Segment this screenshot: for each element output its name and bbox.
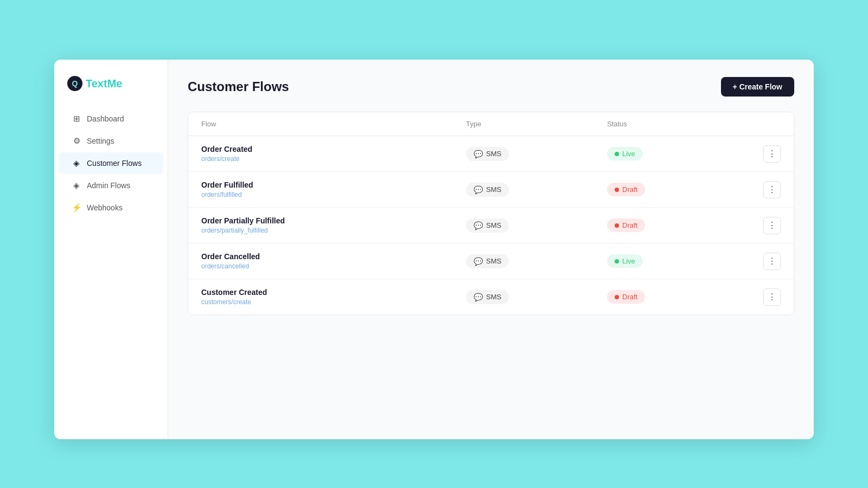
admin-flows-icon: ◈ — [72, 181, 81, 190]
sidebar-label-admin-flows: Admin Flows — [87, 181, 130, 190]
col-status: Status — [607, 120, 748, 128]
sms-icon: 💬 — [474, 150, 483, 158]
status-dot-draft — [615, 223, 619, 228]
flows-table: Flow Type Status Order Created orders/cr… — [188, 112, 794, 315]
flow-info: Order Fulfilled orders/fulfilled — [201, 181, 466, 198]
type-badge: 💬 SMS — [466, 290, 509, 304]
type-badge: 💬 SMS — [466, 219, 509, 233]
flow-type: 💬 SMS — [466, 147, 607, 161]
flow-path: customers/create — [201, 298, 466, 306]
sidebar-label-settings: Settings — [87, 137, 114, 145]
flow-path: orders/partially_fulfilled — [201, 227, 466, 234]
webhooks-icon: ⚡ — [72, 203, 81, 213]
sms-icon: 💬 — [474, 257, 483, 266]
table-row: Customer Created customers/create 💬 SMS … — [188, 279, 794, 314]
more-options-button[interactable]: ⋮ — [763, 253, 781, 270]
flow-path: orders/fulfilled — [201, 191, 466, 198]
flow-name: Order Created — [201, 145, 466, 153]
sidebar-item-admin-flows[interactable]: ◈ Admin Flows — [59, 175, 163, 196]
sidebar: Q TextMe ⊞ Dashboard ⚙ Settings ◈ Custom… — [54, 60, 168, 439]
sms-icon: 💬 — [474, 185, 483, 194]
status-badge: Draft — [607, 219, 645, 232]
flow-info: Order Cancelled orders/cancelled — [201, 252, 466, 270]
logo-icon: Q — [67, 76, 82, 91]
flow-status: Draft — [607, 290, 748, 304]
col-flow: Flow — [201, 120, 466, 128]
sidebar-item-customer-flows[interactable]: ◈ Customer Flows — [59, 152, 163, 174]
flow-path: orders/cancelled — [201, 262, 466, 270]
sidebar-item-settings[interactable]: ⚙ Settings — [59, 130, 163, 152]
sms-icon: 💬 — [474, 293, 483, 301]
status-badge: Draft — [607, 183, 645, 196]
sms-icon: 💬 — [474, 221, 483, 230]
flow-type: 💬 SMS — [466, 290, 607, 304]
flow-status: Draft — [607, 183, 748, 196]
dashboard-icon: ⊞ — [72, 114, 81, 124]
sidebar-item-webhooks[interactable]: ⚡ Webhooks — [59, 197, 163, 219]
more-options-button[interactable]: ⋮ — [763, 217, 781, 234]
status-badge: Live — [607, 254, 643, 268]
customer-flows-icon: ◈ — [72, 158, 81, 168]
flow-name: Order Fulfilled — [201, 181, 466, 189]
flow-path: orders/create — [201, 155, 466, 163]
type-badge: 💬 SMS — [466, 147, 509, 161]
app-window: Q TextMe ⊞ Dashboard ⚙ Settings ◈ Custom… — [54, 60, 814, 439]
status-dot-draft — [615, 295, 619, 299]
flow-info: Customer Created customers/create — [201, 288, 466, 306]
col-type: Type — [466, 120, 607, 128]
flow-type: 💬 SMS — [466, 254, 607, 268]
create-flow-button[interactable]: + Create Flow — [721, 77, 794, 97]
flow-actions: ⋮ — [748, 145, 781, 163]
status-badge: Live — [607, 147, 643, 160]
status-dot-draft — [615, 188, 619, 192]
flow-name: Order Partially Fulfilled — [201, 216, 466, 225]
table-row: Order Cancelled orders/cancelled 💬 SMS L… — [188, 243, 794, 279]
page-title: Customer Flows — [188, 79, 289, 94]
more-options-button[interactable]: ⋮ — [763, 145, 781, 163]
table-row: Order Partially Fulfilled orders/partial… — [188, 208, 794, 243]
logo: Q TextMe — [54, 70, 168, 107]
type-badge: 💬 SMS — [466, 254, 509, 268]
table-row: Order Fulfilled orders/fulfilled 💬 SMS D… — [188, 172, 794, 208]
logo-text: TextMe — [86, 78, 122, 90]
more-options-button[interactable]: ⋮ — [763, 181, 781, 198]
flow-info: Order Partially Fulfilled orders/partial… — [201, 216, 466, 234]
flow-name: Customer Created — [201, 288, 466, 297]
sidebar-label-customer-flows: Customer Flows — [87, 159, 142, 168]
sidebar-nav: ⊞ Dashboard ⚙ Settings ◈ Customer Flows … — [54, 107, 168, 219]
flow-status: Live — [607, 147, 748, 160]
flow-status: Live — [607, 254, 748, 268]
flow-actions: ⋮ — [748, 181, 781, 198]
flow-status: Draft — [607, 219, 748, 232]
table-row: Order Created orders/create 💬 SMS Live — [188, 136, 794, 172]
status-dot-live — [615, 259, 619, 264]
table-header: Flow Type Status — [188, 112, 794, 136]
main-content: Customer Flows + Create Flow Flow Type S… — [168, 60, 814, 439]
status-dot-live — [615, 152, 619, 156]
flow-name: Order Cancelled — [201, 252, 466, 261]
sidebar-label-webhooks: Webhooks — [87, 203, 123, 212]
flow-actions: ⋮ — [748, 253, 781, 270]
main-header: Customer Flows + Create Flow — [188, 77, 794, 97]
flow-actions: ⋮ — [748, 288, 781, 306]
flow-type: 💬 SMS — [466, 183, 607, 197]
settings-icon: ⚙ — [72, 136, 81, 146]
type-badge: 💬 SMS — [466, 183, 509, 197]
col-actions — [748, 120, 781, 128]
sidebar-label-dashboard: Dashboard — [87, 114, 124, 123]
more-options-button[interactable]: ⋮ — [763, 288, 781, 306]
status-badge: Draft — [607, 290, 645, 304]
flow-info: Order Created orders/create — [201, 145, 466, 163]
flow-actions: ⋮ — [748, 217, 781, 234]
flow-type: 💬 SMS — [466, 219, 607, 233]
sidebar-item-dashboard[interactable]: ⊞ Dashboard — [59, 108, 163, 130]
